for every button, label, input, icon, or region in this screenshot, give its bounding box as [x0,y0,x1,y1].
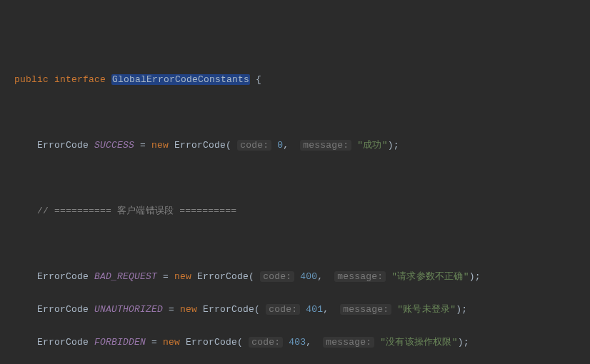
blank-line [6,170,590,186]
comment-client: // ========== 客户端错误段 ========== [6,203,590,219]
line-success: ErrorCode SUCCESS = new ErrorCode( code:… [6,137,590,153]
keyword-public: public [14,74,49,85]
param-hint-message: message: [300,140,351,151]
line-unauthorized: ErrorCode UNAUTHORIZED = new ErrorCode( … [6,301,590,318]
class-name-highlight[interactable]: GlobalErrorCodeConstants [111,74,250,85]
line-forbidden: ErrorCode FORBIDDEN = new ErrorCode( cod… [6,334,590,350]
type: ErrorCode [37,140,89,151]
field: SUCCESS [94,140,134,151]
brace-open: { [256,74,261,85]
line-declaration: public interface GlobalErrorCodeConstant… [6,71,590,88]
blank-line [6,236,590,252]
keyword-interface: interface [54,74,106,85]
blank-line [6,104,590,121]
keyword-new: new [151,140,169,151]
ctor: ErrorCode [174,140,226,151]
str: "成功" [357,140,387,151]
num: 0 [277,140,283,151]
comment: // ========== 客户端错误段 ========== [37,206,236,216]
param-hint-code: code: [237,140,271,151]
line-bad-request: ErrorCode BAD_REQUEST = new ErrorCode( c… [6,268,590,285]
